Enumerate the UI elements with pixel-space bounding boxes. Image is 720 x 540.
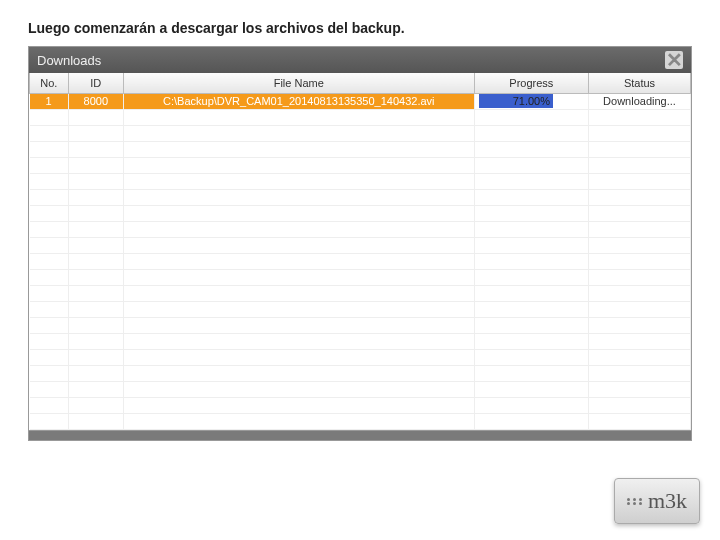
- cell-empty: [30, 285, 69, 301]
- cell-progress: 71.00%: [474, 93, 588, 109]
- cell-empty: [30, 109, 69, 125]
- table-row[interactable]: 18000C:\Backup\DVR_CAM01_20140813135350_…: [30, 93, 691, 109]
- cell-empty: [68, 253, 123, 269]
- table-row-empty: [30, 205, 691, 221]
- cell-empty: [588, 381, 690, 397]
- cell-empty: [123, 397, 474, 413]
- cell-empty: [68, 237, 123, 253]
- table-body: 18000C:\Backup\DVR_CAM01_20140813135350_…: [30, 93, 691, 429]
- brand-logo: m3k: [614, 478, 700, 524]
- cell-empty: [30, 157, 69, 173]
- cell-empty: [30, 397, 69, 413]
- cell-empty: [30, 365, 69, 381]
- col-header-progress[interactable]: Progress: [474, 73, 588, 93]
- downloads-table-wrap: No. ID File Name Progress Status 18000C:…: [29, 73, 691, 430]
- cell-empty: [68, 125, 123, 141]
- col-header-id[interactable]: ID: [68, 73, 123, 93]
- cell-empty: [474, 397, 588, 413]
- table-row-empty: [30, 173, 691, 189]
- cell-empty: [30, 301, 69, 317]
- table-row-empty: [30, 141, 691, 157]
- col-header-status[interactable]: Status: [588, 73, 690, 93]
- cell-empty: [474, 365, 588, 381]
- cell-empty: [30, 141, 69, 157]
- cell-empty: [68, 157, 123, 173]
- cell-empty: [68, 301, 123, 317]
- cell-empty: [588, 397, 690, 413]
- cell-empty: [123, 333, 474, 349]
- cell-status: Downloading...: [588, 93, 690, 109]
- cell-empty: [123, 205, 474, 221]
- cell-file-name: C:\Backup\DVR_CAM01_20140813135350_14043…: [123, 93, 474, 109]
- cell-empty: [588, 125, 690, 141]
- table-row-empty: [30, 413, 691, 429]
- cell-empty: [68, 317, 123, 333]
- cell-empty: [474, 381, 588, 397]
- table-row-empty: [30, 317, 691, 333]
- logo-dots-icon: [627, 498, 642, 505]
- cell-empty: [68, 381, 123, 397]
- cell-empty: [588, 253, 690, 269]
- cell-empty: [123, 349, 474, 365]
- table-row-empty: [30, 333, 691, 349]
- cell-empty: [30, 349, 69, 365]
- cell-empty: [588, 221, 690, 237]
- table-row-empty: [30, 269, 691, 285]
- cell-empty: [588, 157, 690, 173]
- cell-empty: [30, 333, 69, 349]
- cell-empty: [123, 285, 474, 301]
- cell-empty: [30, 269, 69, 285]
- cell-empty: [68, 173, 123, 189]
- col-header-file[interactable]: File Name: [123, 73, 474, 93]
- cell-empty: [123, 253, 474, 269]
- logo-text: m3k: [648, 488, 687, 514]
- cell-empty: [474, 333, 588, 349]
- progress-text: 71.00%: [479, 94, 584, 108]
- cell-empty: [588, 285, 690, 301]
- downloads-table: No. ID File Name Progress Status 18000C:…: [29, 73, 691, 430]
- cell-empty: [474, 253, 588, 269]
- cell-empty: [474, 413, 588, 429]
- cell-empty: [588, 205, 690, 221]
- cell-empty: [68, 221, 123, 237]
- cell-empty: [30, 125, 69, 141]
- cell-empty: [123, 221, 474, 237]
- cell-empty: [474, 285, 588, 301]
- table-row-empty: [30, 157, 691, 173]
- cell-empty: [123, 301, 474, 317]
- cell-empty: [123, 125, 474, 141]
- cell-empty: [474, 109, 588, 125]
- table-row-empty: [30, 237, 691, 253]
- cell-empty: [588, 333, 690, 349]
- cell-empty: [123, 413, 474, 429]
- instruction-text: Luego comenzarán a descargar los archivo…: [0, 0, 720, 46]
- cell-empty: [123, 173, 474, 189]
- progress-bar: 71.00%: [479, 94, 584, 108]
- cell-empty: [588, 349, 690, 365]
- cell-empty: [588, 237, 690, 253]
- cell-id: 8000: [68, 93, 123, 109]
- table-row-empty: [30, 221, 691, 237]
- col-header-no[interactable]: No.: [30, 73, 69, 93]
- downloads-window: Downloads ✕ No. ID File Name Progress St…: [28, 46, 692, 431]
- table-row-empty: [30, 349, 691, 365]
- window-titlebar: Downloads ✕: [29, 47, 691, 73]
- table-row-empty: [30, 301, 691, 317]
- cell-empty: [588, 317, 690, 333]
- cell-empty: [123, 365, 474, 381]
- cell-empty: [30, 381, 69, 397]
- cell-empty: [474, 173, 588, 189]
- cell-no: 1: [30, 93, 69, 109]
- table-row-empty: [30, 397, 691, 413]
- cell-empty: [30, 253, 69, 269]
- cell-empty: [123, 157, 474, 173]
- cell-empty: [30, 221, 69, 237]
- table-header-row: No. ID File Name Progress Status: [30, 73, 691, 93]
- cell-empty: [30, 205, 69, 221]
- cell-empty: [123, 141, 474, 157]
- cell-empty: [68, 189, 123, 205]
- close-icon[interactable]: ✕: [665, 51, 683, 69]
- cell-empty: [68, 349, 123, 365]
- table-row-empty: [30, 189, 691, 205]
- cell-empty: [68, 285, 123, 301]
